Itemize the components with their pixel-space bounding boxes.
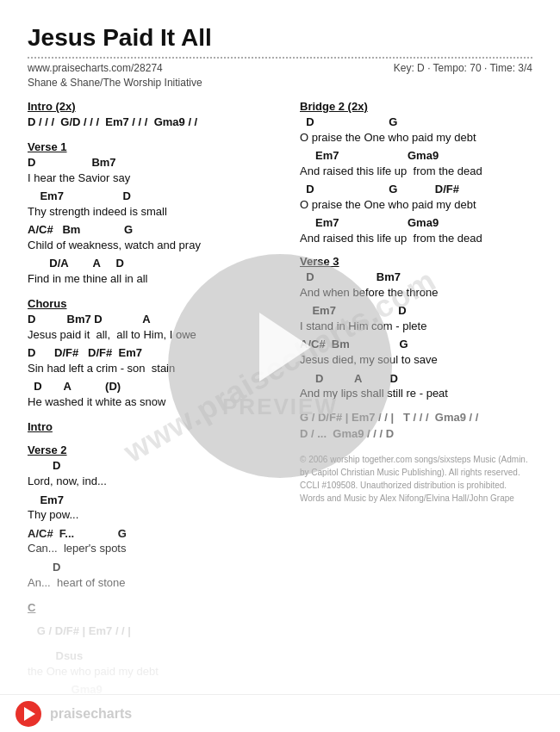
dot-sep2: · Time: — [484, 62, 518, 74]
chorus-partial-title: C — [28, 601, 286, 614]
b2-pair2: Em7 Gma9 And raised this life up from th… — [300, 149, 532, 179]
b2-pair1: D G O praise the One who paid my debt — [300, 115, 532, 146]
b2-pair3: D G D/F# O praise the One who paid my de… — [300, 183, 532, 213]
v2-pair2: Em7 Thy pow... — [28, 493, 286, 524]
intro-chords: D / / / G/D / / / Em7 / / / Gma9 / / — [28, 115, 286, 130]
verse3-title: Verse 3 — [300, 255, 532, 268]
v2-pair4: D An... heart of stone — [28, 561, 286, 591]
divider — [28, 57, 532, 59]
v1-pair1: D Bm7 I hear the Savior say — [28, 156, 286, 186]
section-faded-chords: G / D/F# | Em7 / / | — [28, 624, 286, 639]
time-value: 3/4 — [518, 62, 532, 74]
section-intro2: Intro — [28, 420, 286, 433]
section-chorus: Chorus D Bm7 D A Jesus paid it all, all … — [28, 297, 286, 410]
right-column: Bridge 2 (2x) D G O praise the One who p… — [300, 100, 532, 732]
praisecharts-logo: praisecharts — [50, 706, 132, 722]
song-title: Jesus Paid It All — [28, 24, 532, 52]
play-triangle-icon — [24, 707, 35, 721]
section-verse1: Verse 1 D Bm7 I hear the Savior say Em7 … — [28, 140, 286, 287]
section-bridge2: Bridge 2 (2x) D G O praise the One who p… — [300, 100, 532, 246]
intro-title: Intro (2x) — [28, 100, 286, 113]
author: Shane & Shane/The Worship Initiative — [28, 77, 202, 89]
ch-pair3: D A (D) He washed it white as snow — [28, 380, 286, 410]
section-verse3: Verse 3 D Bm7 And when before the throne… — [300, 255, 532, 401]
ch-pair2: D D/F# D/F# Em7 Sin had left a crim - so… — [28, 346, 286, 376]
bridge2-title: Bridge 2 (2x) — [300, 100, 532, 113]
v3-pair4: D A D And my lips shall still re - peat — [300, 372, 532, 402]
v3-pair2: Em7 D I stand in Him com - plete — [300, 304, 532, 334]
ch-pair1: D Bm7 D A Jesus paid it all, all to Him,… — [28, 313, 286, 343]
play-button[interactable] — [16, 701, 41, 727]
verse1-title: Verse 1 — [28, 140, 286, 153]
bottom-bar: praisecharts — [0, 694, 560, 732]
tempo-value: 70 — [470, 62, 481, 74]
key-tempo-time: Key: D · Tempo: 70 · Time: 3/4 — [394, 62, 532, 74]
page: Jesus Paid It All www.praisecharts.com/2… — [0, 0, 560, 732]
dot-sep1: · Tempo: — [427, 62, 470, 74]
v3-pair1: D Bm7 And when before the throne — [300, 270, 532, 301]
v3-pair3: A/C# Bm G Jesus died, my soul to save — [300, 338, 532, 368]
v1-pair3: A/C# Bm G Child of weakness, watch and p… — [28, 223, 286, 253]
v2-pair1: D Lord, now, ind... — [28, 459, 286, 489]
section-verse2: Verse 2 D Lord, now, ind... Em7 Thy pow.… — [28, 444, 286, 590]
section-intro: Intro (2x) D / / / G/D / / / Em7 / / / G… — [28, 100, 286, 130]
b2-pair4: Em7 Gma9 And raised this life up from th… — [300, 216, 532, 246]
content-area: Intro (2x) D / / / G/D / / / Em7 / / / G… — [28, 100, 532, 732]
verse2-title: Verse 2 — [28, 444, 286, 456]
chorus-title: Chorus — [28, 297, 286, 310]
key-value: D — [417, 62, 425, 74]
v1-pair4: D/A A D Find in me thine all in all — [28, 257, 286, 287]
section-right-partial: G / D/F# | Em7 / / | T / / / Gma9 / / D … — [300, 411, 532, 442]
url: www.praisecharts.com/28274 — [28, 62, 202, 74]
bb-pair1: Dsus the One who paid my debt — [28, 649, 286, 679]
intro2-title: Intro — [28, 420, 286, 433]
v2-pair3: A/C# F... G Can... leper's spots — [28, 527, 286, 557]
key-label: Key: — [394, 62, 417, 74]
v1-pair2: Em7 D Thy strength indeed is small — [28, 189, 286, 220]
section-chorus-partial: C — [28, 601, 286, 614]
left-column: Intro (2x) D / / / G/D / / / Em7 / / / G… — [28, 100, 286, 732]
copyright: © 2006 worship together.com songs/sixste… — [300, 453, 532, 505]
